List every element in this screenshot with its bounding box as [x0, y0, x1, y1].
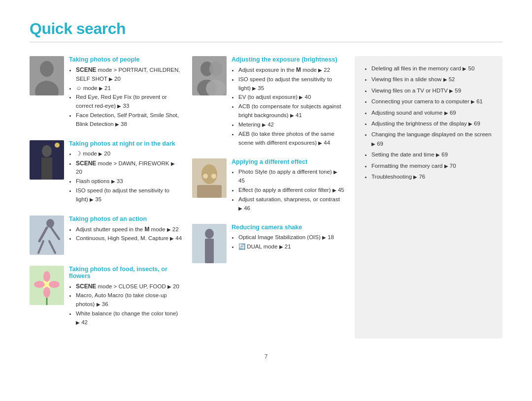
- svg-point-17: [34, 281, 45, 288]
- section-people: Taking photos of people SCENE mode > POR…: [30, 56, 182, 129]
- right-bullet-list: Deleting all files in the memory card ▶ …: [364, 64, 494, 181]
- svg-rect-5: [41, 157, 52, 180]
- title-people: Taking photos of people: [69, 56, 182, 63]
- image-effect: [192, 158, 227, 198]
- bullet-action-2: Continuous, High Speed, M. Capture ▶ 44: [76, 234, 182, 243]
- content-exposure: Adjusting the exposure (brightness) Adju…: [232, 56, 345, 148]
- bullet-eff-1: Photo Style (to apply a different tone) …: [238, 168, 345, 185]
- svg-point-22: [209, 62, 222, 76]
- column-right: Deleting all files in the memory card ▶ …: [355, 56, 502, 339]
- title-night: Taking photos at night or in the dark: [69, 140, 182, 147]
- bullet-exp-4: ACB (to compensate for subjects against …: [238, 102, 345, 120]
- content-effect: Applying a different effect Photo Style …: [232, 158, 345, 213]
- right-bullet-9: Formatting the memory card ▶ 70: [371, 161, 494, 170]
- section-night: Taking photos at night or in the dark ☽ …: [30, 140, 182, 205]
- bullet-night-2: SCENE mode > DAWN, FIREWORK ▶ 20: [76, 159, 182, 177]
- svg-point-29: [211, 174, 216, 179]
- bullet-shake-1: Optical Image Stabilization (OIS) ▶ 18: [238, 233, 345, 242]
- section-shake: Reducing camera shake Optical Image Stab…: [192, 224, 345, 263]
- image-shake: [192, 224, 227, 263]
- content-shake: Reducing camera shake Optical Image Stab…: [232, 224, 345, 263]
- bullet-night-1: ☽ mode ▶ 20: [76, 150, 182, 158]
- bullet-people-3: Red Eye, Red Eye Fix (to prevent or corr…: [76, 93, 182, 111]
- image-night: [30, 140, 64, 180]
- right-bullet-4: Connecting your camera to a computer ▶ 6…: [371, 97, 494, 106]
- content-night: Taking photos at night or in the dark ☽ …: [69, 140, 182, 205]
- bullet-shake-2: 🔄 DUAL mode ▶ 21: [238, 243, 345, 251]
- title-flowers: Taking photos of food, insects, or flowe…: [69, 266, 182, 279]
- right-bullet-10: Troubleshooting ▶ 76: [371, 172, 494, 181]
- svg-point-1: [40, 61, 54, 77]
- svg-point-16: [43, 287, 50, 298]
- svg-point-28: [203, 174, 208, 179]
- page-number: 7: [30, 353, 502, 360]
- svg-point-18: [49, 281, 60, 288]
- bullet-exp-6: AEB (to take three photos of the same sc…: [238, 130, 345, 148]
- bullet-people-4: Face Detection, Self Portrait, Smile Sho…: [76, 111, 182, 129]
- section-exposure: Adjusting the exposure (brightness) Adju…: [192, 56, 345, 148]
- content-action: Taking photos of an action Adjust shutte…: [69, 216, 182, 255]
- column-mid: Adjusting the exposure (brightness) Adju…: [192, 56, 345, 339]
- svg-point-31: [205, 229, 214, 239]
- bullet-people-2: ☺ mode ▶ 21: [76, 84, 182, 93]
- main-layout: Taking photos of people SCENE mode > POR…: [30, 56, 502, 339]
- section-action: Taking photos of an action Adjust shutte…: [30, 216, 182, 255]
- page-title: Quick search: [30, 20, 502, 38]
- bullet-night-3: Flash options ▶ 33: [76, 177, 182, 186]
- svg-rect-32: [205, 239, 214, 263]
- title-shake: Reducing camera shake: [232, 224, 345, 231]
- section-effect: Applying a different effect Photo Style …: [192, 158, 345, 213]
- section-flowers: Taking photos of food, insects, or flowe…: [30, 266, 182, 328]
- right-bullet-7: Changing the language displayed on the s…: [371, 130, 494, 148]
- bullet-flowers-3: White balance (to change the color tone)…: [76, 309, 182, 327]
- content-flowers: Taking photos of food, insects, or flowe…: [69, 266, 182, 328]
- column-left: Taking photos of people SCENE mode > POR…: [30, 56, 182, 339]
- right-bullet-2: Viewing files in a slide show ▶ 52: [371, 75, 494, 84]
- image-flowers: [30, 266, 64, 305]
- right-bullet-6: Adjusting the brightness of the display …: [371, 119, 494, 128]
- image-portrait: [30, 56, 64, 95]
- bullet-exp-3: EV (to adjust exposure) ▶ 40: [238, 93, 345, 102]
- right-bullet-8: Setting the date and time ▶ 69: [371, 150, 494, 159]
- bullet-people-1: SCENE mode > PORTRAIT, CHILDREN, SELF SH…: [76, 65, 182, 84]
- svg-rect-27: [197, 185, 222, 198]
- bullet-night-4: ISO speed (to adjust the sensitivity to …: [76, 186, 182, 204]
- bullet-flowers-1: SCENE mode > CLOSE UP, FOOD ▶ 20: [76, 282, 182, 291]
- right-bullet-3: Viewing files on a TV or HDTV ▶ 59: [371, 86, 494, 95]
- title-action: Taking photos of an action: [69, 216, 182, 222]
- bullet-eff-3: Adjust saturation, sharpness, or contras…: [238, 195, 345, 213]
- bullet-flowers-2: Macro, Auto Macro (to take close-up phot…: [76, 291, 182, 309]
- image-action: [30, 216, 64, 255]
- bullet-exp-2: ISO speed (to adjust the sensitivity to …: [238, 75, 345, 93]
- right-bullet-1: Deleting all files in the memory card ▶ …: [371, 64, 494, 73]
- content-people: Taking photos of people SCENE mode > POR…: [69, 56, 182, 129]
- svg-point-4: [42, 145, 52, 157]
- title-effect: Applying a different effect: [232, 158, 345, 165]
- bullet-exp-5: Metering ▶ 42: [238, 121, 345, 129]
- bullet-eff-2: Effect (to apply a different color filte…: [238, 186, 345, 195]
- bullet-action-1: Adjust shutter speed in the M mode ▶ 22: [76, 225, 182, 234]
- title-divider: [30, 42, 502, 42]
- svg-point-15: [43, 271, 50, 282]
- title-exposure: Adjusting the exposure (brightness): [232, 56, 345, 63]
- right-bullet-5: Adjusting sound and volume ▶ 69: [371, 108, 494, 117]
- bullet-exp-1: Adjust exposure in the M mode ▶ 22: [238, 65, 345, 75]
- image-exposure: [192, 56, 227, 95]
- svg-point-6: [55, 143, 60, 148]
- svg-point-8: [46, 219, 54, 228]
